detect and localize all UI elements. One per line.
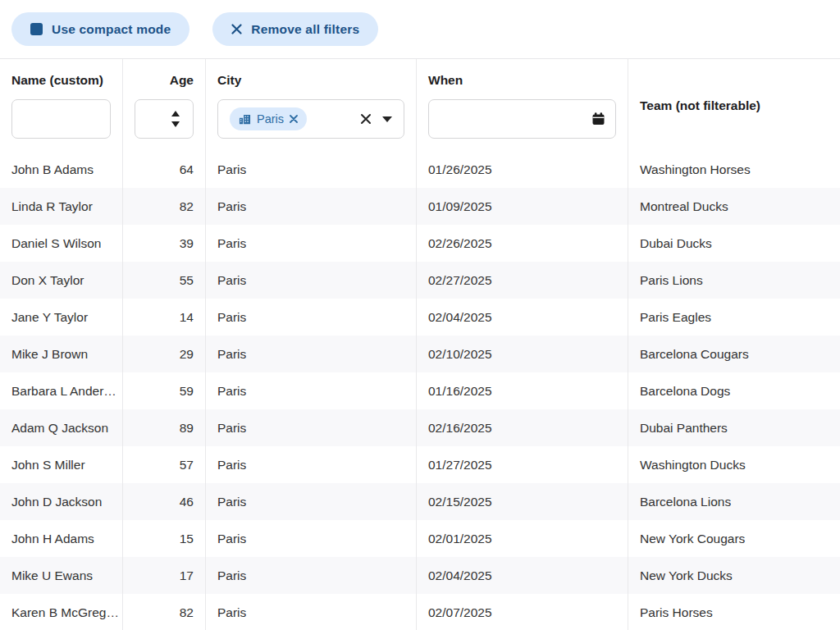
cell-city: Paris xyxy=(205,151,416,188)
cell-age: 59 xyxy=(122,372,205,409)
city-filter-multiselect[interactable]: Paris xyxy=(217,99,404,139)
column-label-age: Age xyxy=(135,72,194,89)
cell-team: Barcelona Dogs xyxy=(628,372,840,409)
cell-city: Paris xyxy=(205,262,416,299)
spin-down-icon[interactable] xyxy=(171,121,180,127)
cell-when: 01/26/2025 xyxy=(416,151,628,188)
cell-team: New York Cougars xyxy=(628,520,840,557)
chevron-down-icon[interactable] xyxy=(382,116,392,122)
remove-all-filters-label: Remove all filters xyxy=(251,22,359,37)
cell-team: Paris Lions xyxy=(628,262,840,299)
cell-team: Barcelona Cougars xyxy=(628,336,840,372)
cell-city: Paris xyxy=(205,557,416,594)
cell-name: Mike U Ewans xyxy=(0,557,122,594)
column-label-name: Name (custom) xyxy=(11,72,111,89)
cell-name: Daniel S Wilson xyxy=(0,225,122,262)
cell-name: Barbara L Ander… xyxy=(0,372,122,409)
cell-team: Montreal Ducks xyxy=(628,188,840,225)
column-header-team: Team (not filterable) xyxy=(628,59,840,151)
column-header-age: Age xyxy=(122,59,205,151)
cell-when: 02/04/2025 xyxy=(416,557,628,594)
use-compact-mode-label: Use compact mode xyxy=(52,22,171,37)
cell-city: Paris xyxy=(205,336,416,372)
multiselect-controls xyxy=(360,113,392,125)
cell-team: New York Ducks xyxy=(628,557,840,594)
cell-city: Paris xyxy=(205,299,416,336)
cell-name: John S Miller xyxy=(0,446,122,483)
use-compact-mode-button[interactable]: Use compact mode xyxy=(11,12,189,46)
cell-team: Washington Ducks xyxy=(628,446,840,483)
close-icon xyxy=(231,24,242,34)
cell-city: Paris xyxy=(205,446,416,483)
table-row: John S Miller57Paris01/27/2025Washington… xyxy=(0,446,840,483)
cell-team: Dubai Ducks xyxy=(628,225,840,262)
cell-when: 02/04/2025 xyxy=(416,299,628,336)
cell-age: 82 xyxy=(122,188,205,225)
cell-city: Paris xyxy=(205,520,416,557)
cell-name: John H Adams xyxy=(0,520,122,557)
column-header-city: City xyxy=(205,59,416,151)
when-filter-input[interactable] xyxy=(429,100,615,138)
cell-when: 01/09/2025 xyxy=(416,188,628,225)
calendar-icon xyxy=(591,112,605,126)
cell-when: 02/27/2025 xyxy=(416,262,628,299)
building-icon xyxy=(239,113,251,126)
column-label-city: City xyxy=(217,72,404,89)
chip-remove-icon[interactable] xyxy=(290,115,298,123)
cell-name: Jane Y Taylor xyxy=(0,299,122,336)
column-header-when: When xyxy=(416,59,628,151)
column-header-name: Name (custom) xyxy=(0,59,122,151)
cell-age: 46 xyxy=(122,483,205,520)
cell-age: 15 xyxy=(122,520,205,557)
cell-when: 02/16/2025 xyxy=(416,409,628,446)
cell-city: Paris xyxy=(205,188,416,225)
cell-when: 02/07/2025 xyxy=(416,594,628,630)
cell-when: 01/16/2025 xyxy=(416,372,628,409)
square-icon xyxy=(30,23,43,35)
cell-name: Karen B McGreg… xyxy=(0,594,122,630)
cell-city: Paris xyxy=(205,372,416,409)
cell-age: 17 xyxy=(122,557,205,594)
cell-when: 02/10/2025 xyxy=(416,336,628,372)
cell-age: 89 xyxy=(122,409,205,446)
cell-name: Mike J Brown xyxy=(0,336,122,372)
cell-team: Barcelona Lions xyxy=(628,483,840,520)
cell-name: John D Jackson xyxy=(0,483,122,520)
table-header: Name (custom) Age City xyxy=(0,59,840,151)
cell-team: Washington Horses xyxy=(628,151,840,188)
table-row: Mike U Ewans17Paris02/04/2025New York Du… xyxy=(0,557,840,594)
clear-filter-icon[interactable] xyxy=(360,113,372,125)
column-label-when: When xyxy=(428,72,616,89)
column-label-team: Team (not filterable) xyxy=(640,98,760,114)
data-table: Name (custom) Age City xyxy=(0,58,840,630)
table-row: Linda R Taylor82Paris01/09/2025Montreal … xyxy=(0,188,840,225)
cell-team: Paris Eagles xyxy=(628,299,840,336)
cell-age: 57 xyxy=(122,446,205,483)
cell-when: 02/26/2025 xyxy=(416,225,628,262)
spin-up-icon[interactable] xyxy=(171,111,180,116)
table-body: John B Adams64Paris01/26/2025Washington … xyxy=(0,151,840,630)
table-row: John B Adams64Paris01/26/2025Washington … xyxy=(0,151,840,188)
remove-all-filters-button[interactable]: Remove all filters xyxy=(212,12,378,46)
cell-when: 02/01/2025 xyxy=(416,520,628,557)
cell-name: Linda R Taylor xyxy=(0,188,122,225)
table-row: Barbara L Ander…59Paris01/16/2025Barcelo… xyxy=(0,372,840,409)
cell-name: Don X Taylor xyxy=(0,262,122,299)
age-filter-input[interactable] xyxy=(135,99,194,139)
table-row: John D Jackson46Paris02/15/2025Barcelona… xyxy=(0,483,840,520)
cell-when: 02/15/2025 xyxy=(416,483,628,520)
cell-age: 55 xyxy=(122,262,205,299)
name-filter-input[interactable] xyxy=(11,99,111,139)
cell-age: 64 xyxy=(122,151,205,188)
table-row: Don X Taylor55Paris02/27/2025Paris Lions xyxy=(0,262,840,299)
table-row: Jane Y Taylor14Paris02/04/2025Paris Eagl… xyxy=(0,299,840,336)
chip-label: Paris xyxy=(257,112,284,126)
table-row: Karen B McGreg…82Paris02/07/2025Paris Ho… xyxy=(0,594,840,630)
calendar-button[interactable] xyxy=(591,112,605,126)
cell-name: Adam Q Jackson xyxy=(0,409,122,446)
cell-name: John B Adams xyxy=(0,151,122,188)
cell-city: Paris xyxy=(205,594,416,630)
table-row: John H Adams15Paris02/01/2025New York Co… xyxy=(0,520,840,557)
table-row: Adam Q Jackson89Paris02/16/2025Dubai Pan… xyxy=(0,409,840,446)
age-spinner xyxy=(171,111,180,127)
